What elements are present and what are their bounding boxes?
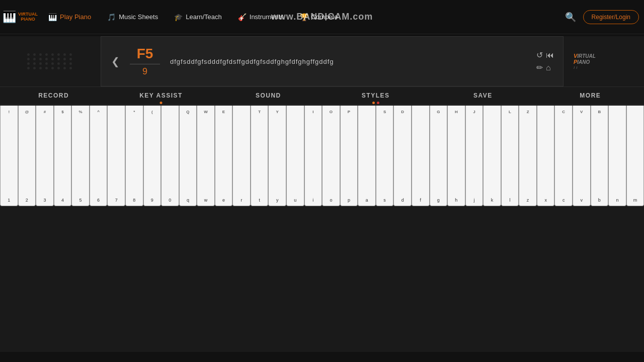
speaker-dot xyxy=(39,67,42,69)
white-key-top-label: Y xyxy=(276,110,279,114)
bottom-area xyxy=(0,352,644,362)
replay-button[interactable]: ↺ xyxy=(536,50,543,60)
speaker-dot xyxy=(39,62,42,65)
white-key-bot-label: 5 xyxy=(79,198,82,203)
player-section: ❮ F5 9 dfgfsddfgfsdddfgfdsffgddfgfsddfgh… xyxy=(0,36,644,86)
white-key[interactable]: Qq xyxy=(179,106,197,206)
white-key-top-label: B xyxy=(598,110,601,114)
nav-item-music-sheets[interactable]: 🎵 Music Sheets xyxy=(99,9,166,25)
white-key-top-label: * xyxy=(133,110,135,114)
white-key-bot-label: s xyxy=(383,198,386,203)
white-key[interactable]: f xyxy=(412,106,430,206)
edit-button[interactable]: ✏ xyxy=(536,63,543,72)
white-key[interactable]: Vv xyxy=(573,106,591,206)
white-key-top-label: W xyxy=(204,110,208,114)
nav-item-learn-teach[interactable]: 🎓 Learn/Teach xyxy=(166,9,230,25)
toolbar-items: RECORD KEY ASSIST SOUND STYLES SAVE MORE xyxy=(0,88,644,103)
speaker-dot xyxy=(51,62,54,65)
nav-item-play-piano[interactable]: 🎹 Play Piano xyxy=(40,9,99,25)
register-button[interactable]: Register/Login xyxy=(583,10,639,24)
learn-icon: 🎓 xyxy=(174,13,183,21)
toolbar-sound[interactable]: SOUND xyxy=(215,88,322,103)
white-key-top-label: D xyxy=(401,110,404,114)
white-key[interactable]: *8 xyxy=(125,106,143,206)
piano-wrapper: !1@2#3$4%5^67*8(90QqWwEerTtYyuIiOoPpaSsD… xyxy=(0,106,644,206)
white-key-top-label: ! xyxy=(8,110,10,114)
white-key-bot-label: o xyxy=(330,198,332,203)
white-key[interactable]: Yy xyxy=(268,106,286,206)
white-key-top-label: Q xyxy=(186,110,189,114)
white-key[interactable]: Oo xyxy=(322,106,340,206)
white-key[interactable]: n xyxy=(608,106,626,206)
toolbar-save[interactable]: SAVE xyxy=(429,88,536,103)
white-key[interactable]: a xyxy=(358,106,376,206)
logo-text: VIRTUAL PIANO xyxy=(18,12,38,22)
white-key[interactable]: Ss xyxy=(376,106,394,206)
speaker-dot xyxy=(57,58,60,60)
white-key-bot-label: q xyxy=(187,198,189,203)
prev-arrow-button[interactable]: ❮ xyxy=(106,55,125,67)
white-key-top-label: H xyxy=(455,110,458,114)
white-key[interactable]: $4 xyxy=(54,106,72,206)
white-key-top-label: E xyxy=(222,110,225,114)
white-key[interactable]: #3 xyxy=(36,106,54,206)
nav-item-compete[interactable]: 🏆 Compete xyxy=(292,9,346,25)
white-key-top-label: G xyxy=(437,110,440,114)
speaker-dot xyxy=(45,58,48,60)
logo: 🎹 VIRTUAL PIANO xyxy=(5,5,35,30)
current-key: F5 xyxy=(137,46,153,62)
player-center: ❮ F5 9 dfgfsddfgfsdddfgfdsffgddfgfsddfgh… xyxy=(101,36,564,86)
white-key[interactable]: x xyxy=(537,106,555,206)
white-key[interactable]: (9 xyxy=(143,106,162,206)
white-key[interactable]: Zz xyxy=(519,106,537,206)
white-key-bot-label: e xyxy=(222,198,225,203)
white-key[interactable]: m xyxy=(626,106,644,206)
white-key[interactable]: Cc xyxy=(554,106,573,206)
speaker-dot xyxy=(27,53,30,56)
logo-icon: 🎹 xyxy=(3,11,16,24)
white-key[interactable]: 0 xyxy=(161,106,179,206)
white-key[interactable]: k xyxy=(483,106,501,206)
white-key[interactable]: Bb xyxy=(591,106,609,206)
white-key-bot-label: x xyxy=(544,198,547,203)
white-key[interactable]: Ii xyxy=(304,106,323,206)
white-key[interactable]: Pp xyxy=(340,106,358,206)
white-key[interactable]: Ww xyxy=(197,106,215,206)
white-key[interactable]: Gg xyxy=(430,106,448,206)
white-key-top-label: ( xyxy=(151,110,153,114)
trophy-icon: 🏆 xyxy=(300,13,308,21)
rewind-button[interactable]: ⏮ xyxy=(546,50,554,60)
toolbar-record[interactable]: RECORD xyxy=(0,88,107,103)
current-number: 9 xyxy=(142,66,147,77)
toolbar-styles[interactable]: STYLES xyxy=(322,88,429,103)
home-button[interactable]: ⌂ xyxy=(546,63,551,72)
white-key[interactable]: ^6 xyxy=(90,106,108,206)
white-key[interactable]: r xyxy=(232,106,251,206)
search-button[interactable]: 🔍 xyxy=(565,12,576,23)
white-key-top-label: % xyxy=(78,110,82,114)
white-key[interactable]: %5 xyxy=(71,106,90,206)
white-key[interactable]: u xyxy=(286,106,304,206)
white-key-bot-label: b xyxy=(598,198,601,203)
white-key-bot-label: 8 xyxy=(133,198,135,203)
white-key-top-label: T xyxy=(258,110,261,114)
white-key[interactable]: Tt xyxy=(251,106,269,206)
speaker-left xyxy=(0,36,101,86)
speaker-dot xyxy=(45,62,48,65)
white-key[interactable]: Jj xyxy=(465,106,484,206)
speaker-dot xyxy=(33,62,36,65)
toolbar-key-assist[interactable]: KEY ASSIST xyxy=(107,88,214,103)
white-key[interactable]: Ll xyxy=(501,106,519,206)
navbar: 🎹 VIRTUAL PIANO 🎹 Play Piano 🎵 Music She… xyxy=(0,0,644,34)
white-key-bot-label: r xyxy=(241,198,243,203)
sheet-text: dfgfsddfgfsdddfgfdsffgddfgfsddfghgfdfghg… xyxy=(165,58,532,65)
white-key[interactable]: !1 xyxy=(0,106,18,206)
nav-right: 🔍 Register/Login xyxy=(565,10,639,24)
white-key[interactable]: Hh xyxy=(447,106,465,206)
white-key[interactable]: @2 xyxy=(18,106,36,206)
white-key[interactable]: 7 xyxy=(107,106,125,206)
white-key[interactable]: Ee xyxy=(215,106,233,206)
toolbar-more[interactable]: MORE xyxy=(537,88,644,103)
nav-item-instruments[interactable]: 🎸 Instruments xyxy=(230,9,292,25)
white-key[interactable]: Dd xyxy=(393,106,412,206)
